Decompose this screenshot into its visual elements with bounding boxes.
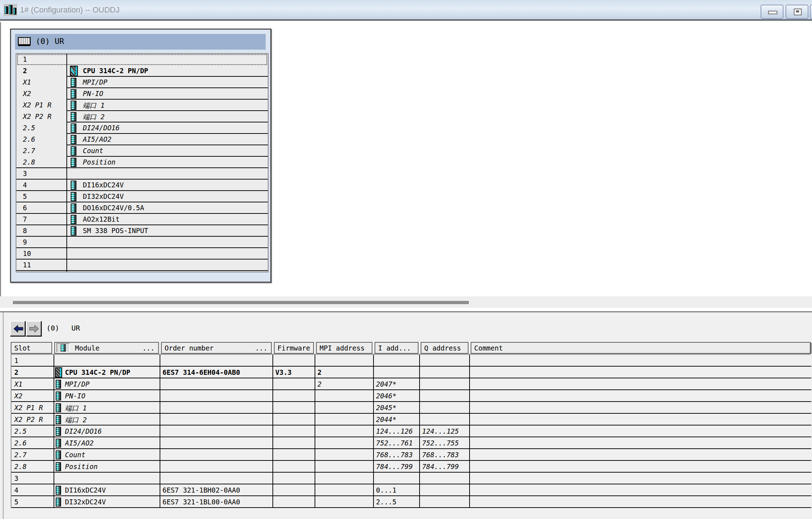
cell-i: 124...126 [376,427,418,435]
detail-row-x1[interactable]: X1MPI/DP22047* [11,378,811,390]
rack-slot-label: 2.5 [23,124,35,132]
module-icon [71,215,76,224]
cell-slot: 2.5 [14,427,52,435]
rack-slot-label: 3 [23,170,27,177]
cell-module: 端口 1 [65,404,159,413]
prev-rack-button[interactable] [10,321,25,336]
cell-q: 752...755 [422,439,468,447]
rack-row-6[interactable]: 6DO16xDC24V/0.5A [16,202,268,214]
rack-slot-label: 2.7 [23,147,35,155]
cell-module: DI16xDC24V [65,486,159,494]
header-cell-i-add---: I add... [375,342,418,354]
cell-slot: 1 [14,357,52,364]
rack-row-8[interactable]: 8SM 338 POS-INPUT [16,225,268,237]
column-divider [419,355,420,508]
detail-row-1[interactable]: 1 [11,355,811,367]
module-icon [56,392,61,400]
rack-row-11[interactable]: 11 [16,260,268,271]
rack-row-x2-p2-r[interactable]: X2 P2 R端口 2 [16,111,268,122]
rack-row-2.6[interactable]: 2.6AI5/AO2 [16,134,268,145]
cell-order: 6ES7 321-1BH02-0AA0 [162,486,271,494]
minimize-button[interactable] [761,5,783,19]
module-icon [56,415,61,424]
rack-slot-label: 2.8 [23,158,35,166]
rack-row-5[interactable]: 5DI32xDC24V [16,191,268,202]
header-ellipsis: ... [255,344,267,352]
detail-row-x2-p1-r[interactable]: X2 P1 R端口 12045* [11,402,811,414]
rack-module-name: 端口 2 [83,112,105,122]
detail-row-5[interactable]: 5DI32xDC24V6ES7 321-1BL00-0AA02...5 [11,496,811,508]
detail-row-x2-p2-r[interactable]: X2 P2 R端口 22044* [11,414,811,425]
rack-slot-label: 1 [23,55,27,63]
rack-row-10[interactable]: 10 [16,248,268,260]
window-titlebar[interactable]: 1# (Configuration) -- OUDDJ [0,0,812,21]
splitter-strip [0,296,812,308]
cell-firmware: V3.3 [275,368,313,376]
cell-slot: X2 [14,392,52,400]
left-arrow-icon [13,325,24,333]
header-ellipsis: ... [142,344,155,352]
cell-module: PN-IO [65,392,159,400]
rack-module-name: Count [83,147,103,155]
module-icon [71,192,76,201]
rack-row-x2-p1-r[interactable]: X2 P1 R端口 1 [16,100,268,111]
detail-row-2.7[interactable]: 2.7Count768...783768...783 [11,449,811,461]
rack-index-label: (0) [46,324,59,332]
hw-config-window: 1# (Configuration) -- OUDDJ (0) UR 12CPU… [0,0,812,519]
module-icon [71,146,76,156]
column-divider [272,355,273,508]
cell-module: 端口 2 [65,415,159,425]
rack-row-4[interactable]: 4DI16xDC24V [16,180,268,191]
cell-i: 768...783 [376,451,418,459]
header-label: MPI address [320,344,365,352]
rack-table: 12CPU 314C-2 PN/DPX1MPI/DPX2PN-IOX2 P1 R… [16,53,269,272]
splitter-handle[interactable] [13,301,469,304]
rack-row-x2[interactable]: X2PN-IO [16,88,268,100]
cell-slot: X2 P1 R [14,404,52,412]
rack-row-1[interactable]: 1 [16,54,268,65]
rack-row-x1[interactable]: X1MPI/DP [16,77,268,88]
header-cell-module: Module... [54,342,159,354]
detail-row-2.6[interactable]: 2.6AI5/AO2752...761752...755 [11,437,811,449]
rack-module-name: DI32xDC24V [83,192,124,200]
cell-slot: 2.7 [14,451,52,459]
rack-module-name: Position [83,158,116,166]
cell-i: 2...5 [376,498,418,506]
restore-button[interactable] [786,5,808,19]
rack-name-label: UR [71,324,80,332]
rack-row-7[interactable]: 7AO2x12Bit [16,214,268,225]
cell-module: MPI/DP [65,380,159,388]
close-button-partial[interactable] [810,5,812,19]
header-cell-q-address: Q address [421,342,468,354]
station-icon-bar [13,8,16,15]
rack-row-2.7[interactable]: 2.7Count [16,145,268,157]
next-rack-button[interactable] [26,321,41,336]
detail-row-x2[interactable]: X2PN-IO2046* [11,390,811,402]
module-icon [71,112,76,121]
detail-row-4[interactable]: 4DI16xDC24V6ES7 321-1BH02-0AA00...1 [11,484,811,496]
cell-i: 2045* [376,404,418,412]
rack-row-2.8[interactable]: 2.8Position [16,157,268,168]
header-label: I add... [378,344,411,352]
header-cell-firmware: Firmware [274,342,314,354]
rack-row-2[interactable]: 2CPU 314C-2 PN/DP [16,65,268,77]
rack-row-3[interactable]: 3 [16,168,268,180]
rack-titlebar[interactable]: (0) UR [15,34,266,50]
station-icon [4,4,17,16]
detail-row-2[interactable]: 2CPU 314C-2 PN/DP6ES7 314-6EH04-0AB0V3.3… [11,367,811,378]
cell-q: 124...125 [422,427,468,435]
rack-slot-label: 5 [23,192,27,200]
rack-row-2.5[interactable]: 2.5DI24/DO16 [16,122,268,134]
detail-row-2.8[interactable]: 2.8Position784...799784...799 [11,461,811,473]
detail-row-3[interactable]: 3 [11,473,811,484]
column-divider [160,355,160,508]
column-divider [315,355,315,508]
cell-slot: 3 [14,474,52,482]
rack-slot-label: 8 [23,227,27,235]
cell-slot: 2.6 [14,439,52,447]
cell-i: 752...761 [376,439,418,447]
module-icon [56,498,61,507]
rack-row-9[interactable]: 9 [16,237,268,248]
detail-row-2.5[interactable]: 2.5DI24/DO16124...126124...125 [11,425,811,437]
rack-module-name: SM 338 POS-INPUT [83,227,148,235]
